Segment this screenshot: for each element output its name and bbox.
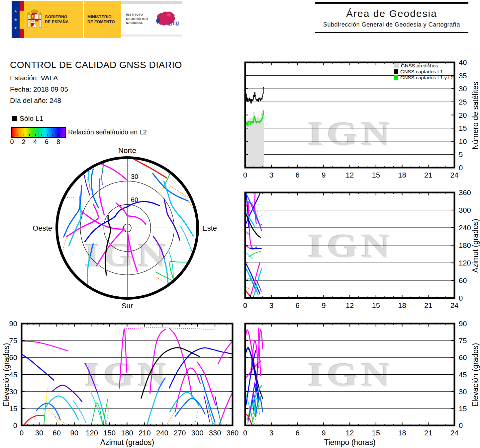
svg-text:18: 18 bbox=[398, 171, 406, 179]
snr-tick-label: 6 bbox=[45, 138, 48, 146]
area-subtitle: Subdirección General de Geodesia y Carto… bbox=[315, 21, 468, 28]
svg-text:210: 210 bbox=[139, 429, 151, 437]
cnig-logo-icon: cnig bbox=[151, 9, 180, 29]
svg-text:30: 30 bbox=[459, 388, 467, 396]
black-square-icon bbox=[12, 116, 17, 121]
government-logo-banner: ★ ★ ★ GOBIERNO DE ESPAÑA bbox=[12, 1, 182, 38]
svg-text:25: 25 bbox=[459, 98, 467, 106]
svg-text:60: 60 bbox=[53, 429, 61, 437]
azimut-time-chart: 03691215182124060120180240300360 bbox=[242, 189, 475, 313]
svg-text:6: 6 bbox=[295, 301, 299, 310]
svg-text:120: 120 bbox=[459, 259, 471, 267]
svg-text:21: 21 bbox=[424, 429, 432, 437]
svg-text:15: 15 bbox=[372, 429, 380, 437]
svg-text:40: 40 bbox=[459, 58, 467, 67]
ministerio-block: MINISTERIO DE FOMENTO bbox=[84, 1, 121, 38]
svg-text:150: 150 bbox=[103, 429, 116, 437]
date-label: Fecha: 2018 09 05 bbox=[10, 85, 68, 93]
svg-text:18: 18 bbox=[398, 301, 406, 310]
svg-text:0: 0 bbox=[243, 429, 247, 437]
spain-coat-of-arms-icon bbox=[27, 9, 42, 30]
svg-text:0: 0 bbox=[243, 171, 247, 179]
svg-text:9: 9 bbox=[322, 429, 326, 437]
svg-text:Oeste: Oeste bbox=[33, 224, 52, 232]
svg-text:21: 21 bbox=[424, 171, 432, 179]
svg-text:15: 15 bbox=[459, 124, 467, 132]
gnss-quality-report-page: { "header": { "gobierno_line1": "GOBIERN… bbox=[0, 0, 480, 448]
svg-text:300: 300 bbox=[459, 206, 471, 214]
page-title: CONTROL DE CALIDAD GNSS DIARIO bbox=[10, 60, 182, 70]
svg-text:0: 0 bbox=[13, 421, 17, 430]
svg-text:90: 90 bbox=[459, 320, 467, 328]
svg-text:45: 45 bbox=[459, 371, 467, 379]
svg-text:60: 60 bbox=[131, 196, 138, 203]
svg-text:5: 5 bbox=[459, 150, 463, 159]
gray-swatch-icon bbox=[394, 63, 399, 68]
svg-text:18: 18 bbox=[398, 429, 406, 437]
skyplot-polar-chart: 3060NorteSurEsteOeste bbox=[34, 145, 220, 311]
svg-text:6: 6 bbox=[295, 429, 299, 437]
snr-tick-label: 8 bbox=[56, 138, 60, 146]
svg-text:30: 30 bbox=[459, 85, 467, 93]
eu-flag-strip: ★ ★ ★ bbox=[12, 1, 20, 38]
legend-row-captados-l1: GNSS captados L1 bbox=[394, 69, 454, 74]
ministerio-label: MINISTERIO DE FOMENTO bbox=[87, 15, 115, 25]
solo-l1-legend: Sólo L1 bbox=[12, 114, 43, 122]
svg-text:30: 30 bbox=[131, 173, 138, 180]
svg-text:12: 12 bbox=[346, 171, 354, 179]
sat-count-y-axis-title: Número de satélites bbox=[471, 63, 480, 169]
svg-text:12: 12 bbox=[346, 301, 354, 310]
elevation-time-chart: 036912151821240153045607590 bbox=[242, 320, 475, 441]
svg-text:60: 60 bbox=[459, 276, 467, 285]
svg-text:90: 90 bbox=[70, 429, 78, 437]
spain-flag-strip bbox=[20, 1, 24, 38]
area-title: Área de Geodesia bbox=[315, 8, 468, 19]
sat-count-legend: GNSS predichos GNSS captados L1 GNSS cap… bbox=[394, 63, 454, 81]
azimut-x-axis-title: Azimut (grados) bbox=[100, 438, 154, 447]
svg-text:0: 0 bbox=[459, 421, 463, 430]
svg-text:10: 10 bbox=[459, 137, 467, 146]
ign-label: INSTITUTO GEOGRÁFICO NACIONAL bbox=[126, 13, 148, 25]
time-x-axis-title: Tiempo (horas) bbox=[324, 438, 375, 447]
svg-text:12: 12 bbox=[346, 429, 354, 437]
legend-row-predichos: GNSS predichos bbox=[394, 63, 454, 68]
svg-text:330: 330 bbox=[209, 429, 221, 437]
svg-text:3: 3 bbox=[269, 301, 273, 310]
svg-text:75: 75 bbox=[459, 336, 467, 345]
svg-text:0: 0 bbox=[459, 164, 463, 172]
svg-text:35: 35 bbox=[459, 72, 467, 80]
snr-gradient bbox=[12, 128, 65, 137]
svg-text:20: 20 bbox=[459, 111, 467, 119]
svg-text:24: 24 bbox=[450, 301, 458, 310]
svg-text:240: 240 bbox=[156, 429, 168, 437]
station-label: Estación: VALA bbox=[10, 74, 58, 82]
snr-colorbar bbox=[11, 127, 66, 138]
snr-tick-label: 2 bbox=[22, 138, 25, 146]
svg-text:360: 360 bbox=[227, 429, 239, 437]
star-icon: ★ bbox=[14, 26, 17, 30]
svg-text:3: 3 bbox=[269, 429, 273, 437]
azimut-y-axis-title: Azimut (grados) bbox=[471, 193, 480, 299]
day-of-year-label: Día del año: 248 bbox=[10, 97, 61, 105]
svg-text:24: 24 bbox=[450, 429, 458, 437]
snr-colorbar-label: Relación señal/ruido en L2 bbox=[68, 128, 147, 136]
elevation-azimut-chart: 0306090120150180210240270300330360015304… bbox=[2, 320, 236, 441]
gobierno-label: GOBIERNO DE ESPAÑA bbox=[45, 15, 69, 25]
svg-text:15: 15 bbox=[372, 301, 380, 310]
svg-text:3: 3 bbox=[269, 171, 273, 179]
area-geodesia-header: Área de Geodesia Subdirección General de… bbox=[315, 2, 468, 33]
star-icon: ★ bbox=[14, 10, 17, 13]
elevation-right-y-axis-title: Elevación (grados) bbox=[471, 322, 480, 428]
svg-text:24: 24 bbox=[450, 171, 458, 179]
star-icon: ★ bbox=[14, 18, 17, 22]
elevation-left-y-axis-title: Elevación (grados) bbox=[2, 322, 11, 428]
svg-text:180: 180 bbox=[121, 429, 133, 437]
svg-text:120: 120 bbox=[86, 429, 98, 437]
svg-text:180: 180 bbox=[459, 241, 471, 250]
solo-l1-label: Sólo L1 bbox=[20, 114, 43, 122]
svg-text:30: 30 bbox=[35, 429, 43, 437]
ign-block: INSTITUTO GEOGRÁFICO NACIONAL cnig bbox=[121, 1, 182, 38]
svg-text:6: 6 bbox=[295, 171, 299, 179]
svg-text:9: 9 bbox=[322, 301, 326, 310]
svg-text:Sur: Sur bbox=[122, 302, 133, 310]
